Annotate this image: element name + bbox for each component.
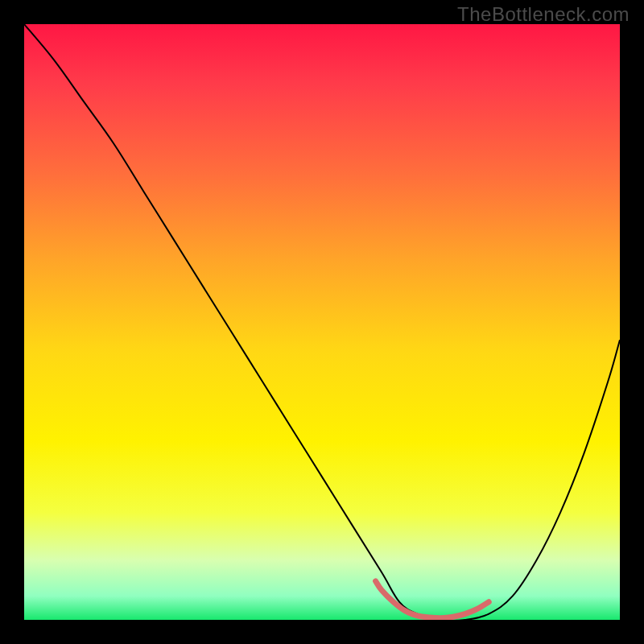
chart-svg (24, 24, 620, 620)
watermark-text: TheBottleneck.com (457, 3, 630, 26)
chart-plot-area (24, 24, 620, 620)
chart-background (24, 24, 620, 620)
